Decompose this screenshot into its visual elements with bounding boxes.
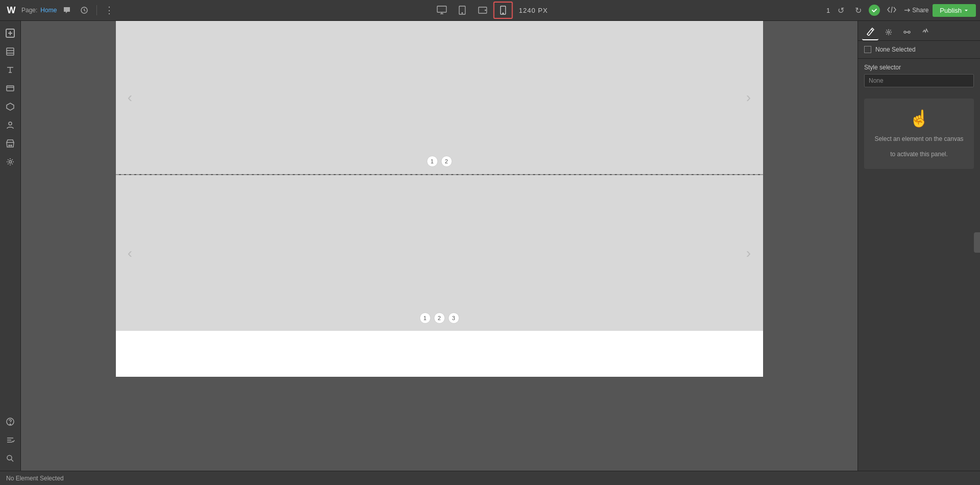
none-selected-row: None Selected (858, 41, 980, 59)
undo-button[interactable]: ↺ (834, 4, 847, 17)
hint-text-line1: Select an element on the canvas (874, 134, 963, 143)
canvas-section-white (116, 331, 763, 377)
canvas-area[interactable]: ‹ › 1 2 ‹ › 1 2 3 (21, 21, 857, 471)
sidebar-item-media[interactable] (2, 80, 18, 96)
px-display: 1240 PX (519, 7, 548, 14)
svg-point-18 (7, 455, 12, 460)
svg-point-3 (462, 13, 462, 13)
sidebar-item-search[interactable] (2, 450, 18, 467)
sidebar-item-tasks[interactable] (2, 432, 18, 448)
history-icon[interactable] (77, 3, 91, 17)
sidebar-item-add[interactable] (2, 25, 18, 41)
topbar-right: 1 ↺ ↻ Share Publish (826, 4, 976, 17)
status-text: No Element Selected (6, 475, 64, 482)
section2-dot-3[interactable]: 3 (448, 312, 459, 324)
section2-dot-1[interactable]: 1 (420, 312, 431, 324)
svg-point-15 (9, 161, 12, 163)
panel-tabs (858, 21, 980, 41)
sidebar-item-settings[interactable] (2, 154, 18, 170)
page-name[interactable]: Home (40, 7, 57, 14)
sidebar-item-text[interactable] (2, 62, 18, 78)
none-selected-label: None Selected (875, 46, 916, 53)
right-panel: None Selected Style selector None ☝️ Sel… (857, 21, 980, 471)
canvas-wrapper: ‹ › 1 2 ‹ › 1 2 3 (116, 21, 763, 377)
svg-point-7 (503, 13, 504, 14)
page-label: Page: (21, 7, 37, 14)
panel-tab-interaction[interactable] (899, 24, 915, 40)
more-options-icon[interactable]: ⋮ (102, 3, 116, 17)
svg-point-21 (908, 31, 910, 33)
panel-canvas-hint: ☝️ Select an element on the canvas to ac… (864, 99, 974, 169)
section1-dot-2[interactable]: 2 (441, 156, 452, 167)
panel-tab-settings[interactable] (880, 24, 897, 40)
none-selected-checkbox[interactable] (864, 46, 871, 53)
section1-prev-arrow[interactable]: ‹ (120, 87, 140, 108)
svg-point-14 (11, 145, 12, 146)
section2-dot-2[interactable]: 2 (434, 312, 445, 324)
svg-rect-9 (7, 48, 14, 55)
redo-button[interactable]: ↻ (851, 4, 865, 17)
section2-next-arrow[interactable]: › (739, 243, 759, 263)
svg-rect-10 (7, 86, 14, 91)
view-toggles: 1240 PX (432, 2, 548, 19)
svg-rect-1 (437, 6, 447, 12)
svg-point-20 (904, 31, 906, 33)
hint-text-line2: to activate this panel. (890, 150, 948, 159)
style-selector-label: Style selector (864, 64, 974, 71)
canvas-section-2: ‹ › 1 2 3 (116, 175, 763, 331)
svg-point-19 (888, 31, 890, 33)
sidebar-item-people[interactable] (2, 117, 18, 133)
sidebar-item-layers[interactable] (2, 43, 18, 60)
svg-point-5 (485, 10, 485, 10)
view-mobile-btn[interactable] (494, 2, 513, 19)
comment-icon[interactable] (60, 3, 74, 17)
panel-tab-animate[interactable] (917, 24, 934, 40)
sidebar-item-store[interactable] (2, 135, 18, 152)
statusbar: No Element Selected (0, 471, 980, 485)
view-tablet-btn[interactable] (453, 2, 472, 19)
svg-marker-11 (7, 103, 14, 110)
view-tablet2-btn[interactable] (473, 2, 493, 19)
style-selector-section: Style selector None (858, 59, 980, 92)
panel-collapse-tab[interactable] (974, 232, 980, 253)
svg-point-13 (9, 145, 10, 146)
svg-point-17 (10, 424, 10, 424)
canvas-section-1: ‹ › 1 2 (116, 21, 763, 174)
section1-dot-1[interactable]: 1 (427, 156, 438, 167)
app-logo[interactable]: W (4, 5, 18, 16)
share-button[interactable]: Share (903, 7, 928, 14)
topbar: W Page: Home ⋮ 1240 PX 1 ↺ ↻ (0, 0, 980, 21)
panel-tab-style[interactable] (862, 24, 878, 40)
left-sidebar (0, 21, 21, 471)
publish-button[interactable]: Publish (933, 4, 976, 17)
share-label: Share (912, 7, 928, 14)
page-number: 1 (826, 7, 830, 14)
svg-point-12 (9, 122, 12, 125)
sidebar-item-components[interactable] (2, 99, 18, 115)
section1-slide-dots: 1 2 (427, 156, 452, 167)
section2-prev-arrow[interactable]: ‹ (120, 243, 140, 263)
view-desktop-btn[interactable] (432, 2, 452, 19)
publish-label: Publish (940, 7, 962, 14)
section2-slide-dots: 1 2 3 (420, 312, 459, 324)
section1-next-arrow[interactable]: › (739, 87, 759, 108)
topbar-separator (96, 5, 97, 15)
hint-icon: ☝️ (909, 109, 929, 128)
main-area: ‹ › 1 2 ‹ › 1 2 3 (0, 21, 980, 471)
sync-status-icon (869, 5, 880, 16)
code-editor-button[interactable] (884, 5, 899, 16)
sidebar-item-help[interactable] (2, 414, 18, 430)
style-selector-dropdown[interactable]: None (864, 74, 974, 87)
